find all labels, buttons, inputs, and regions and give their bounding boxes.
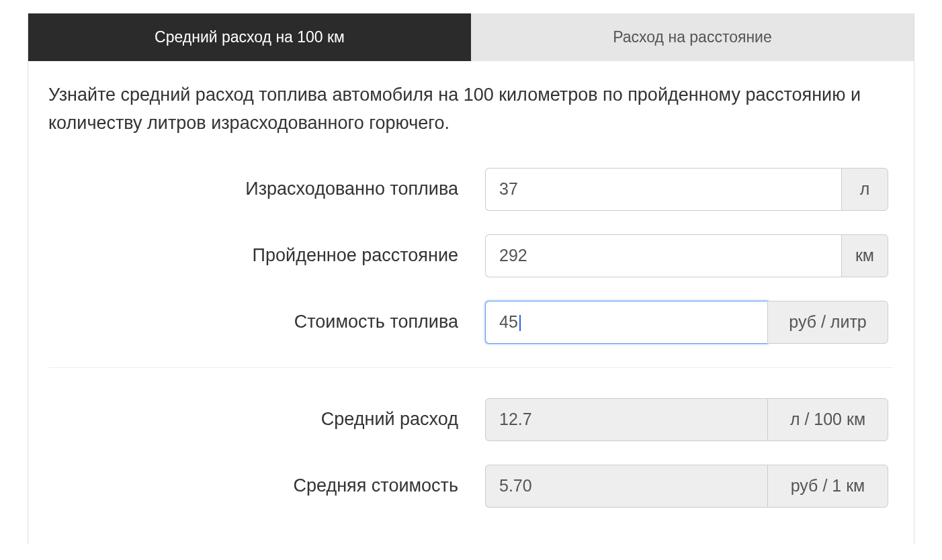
- label-fuel-cost: Стоимость топлива: [48, 312, 485, 332]
- group-avg-consumption: 12.7 л / 100 км: [485, 398, 888, 441]
- tab-per-distance[interactable]: Расход на расстояние: [471, 13, 914, 61]
- description-text: Узнайте средний расход топлива автомобил…: [48, 81, 894, 138]
- input-distance[interactable]: [485, 234, 841, 277]
- input-fuel-used[interactable]: [485, 168, 841, 211]
- group-fuel-used: л: [485, 168, 888, 211]
- unit-distance: км: [841, 234, 888, 277]
- unit-fuel-cost: руб / литр: [767, 301, 888, 344]
- row-fuel-cost: Стоимость топлива 45| руб / литр: [48, 301, 894, 344]
- group-distance: км: [485, 234, 888, 277]
- group-avg-cost: 5.70 руб / 1 км: [485, 465, 888, 508]
- divider: [48, 367, 894, 368]
- row-avg-consumption: Средний расход 12.7 л / 100 км: [48, 398, 894, 441]
- label-distance: Пройденное расстояние: [48, 245, 485, 266]
- row-distance: Пройденное расстояние км: [48, 234, 894, 277]
- output-avg-consumption: 12.7: [485, 398, 767, 441]
- label-avg-consumption: Средний расход: [48, 409, 485, 430]
- text-caret: |: [518, 312, 523, 332]
- tabs: Средний расход на 100 км Расход на расст…: [28, 13, 914, 61]
- unit-avg-consumption: л / 100 км: [767, 398, 888, 441]
- tab-average-per-100km[interactable]: Средний расход на 100 км: [28, 13, 471, 61]
- row-avg-cost: Средняя стоимость 5.70 руб / 1 км: [48, 465, 894, 508]
- output-avg-cost: 5.70: [485, 465, 767, 508]
- calculator-container: Средний расход на 100 км Расход на расст…: [28, 13, 914, 545]
- content-panel: Узнайте средний расход топлива автомобил…: [28, 61, 914, 545]
- label-avg-cost: Средняя стоимость: [48, 475, 485, 496]
- unit-fuel-used: л: [841, 168, 888, 211]
- label-fuel-used: Израсходованно топлива: [48, 179, 485, 199]
- group-fuel-cost: 45| руб / литр: [485, 301, 888, 344]
- row-fuel-used: Израсходованно топлива л: [48, 168, 894, 211]
- unit-avg-cost: руб / 1 км: [767, 465, 888, 508]
- input-fuel-cost[interactable]: 45|: [485, 301, 767, 344]
- input-fuel-cost-value: 45: [499, 312, 518, 332]
